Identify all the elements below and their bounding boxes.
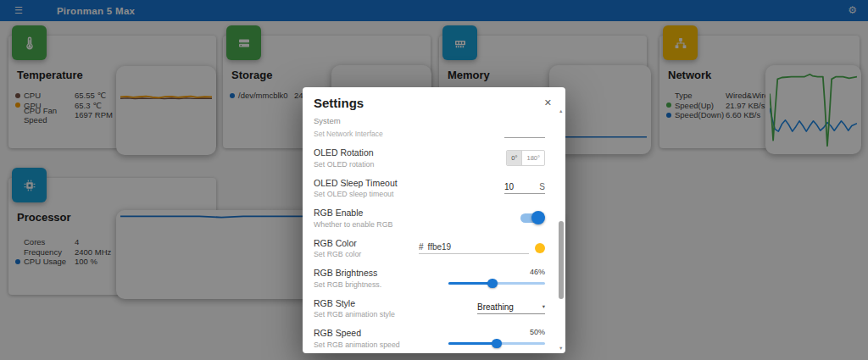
- chevron-down-icon: ▾: [542, 303, 545, 310]
- rotation-180-button[interactable]: 180°: [521, 151, 544, 165]
- rgb-speed-item: RGB Speed Set RGB animation speed 50%: [314, 328, 545, 349]
- brightness-value: 46%: [530, 268, 545, 276]
- network-interface-item: Set Network Interface: [314, 127, 545, 138]
- settings-modal: Settings ✕ System Set Network Interface …: [303, 87, 565, 353]
- sleep-timeout-unit: S: [539, 182, 545, 191]
- rgb-brightness-item: RGB Brightness Set RGB brightness. 46%: [314, 268, 545, 289]
- scrollbar-thumb[interactable]: [559, 221, 564, 299]
- rgb-speed-slider[interactable]: [448, 338, 545, 348]
- oled-sleep-timeout-item: OLED Sleep Timeout Set OLED sleep timeou…: [314, 178, 545, 199]
- slider-thumb[interactable]: [492, 339, 502, 349]
- item-name: RGB Speed: [314, 328, 400, 338]
- toggle-knob: [531, 211, 545, 224]
- slider-thumb[interactable]: [487, 279, 498, 289]
- rgb-style-value: Breathing: [477, 302, 514, 312]
- settings-title: Settings: [314, 96, 364, 110]
- rgb-brightness-slider[interactable]: [448, 278, 545, 288]
- oled-rotation-toggle-group: 0° 180°: [506, 150, 545, 166]
- slider-fill: [448, 342, 497, 345]
- item-name: OLED Rotation: [314, 147, 374, 158]
- item-name: RGB Enable: [314, 208, 392, 218]
- item-description: Set OLED sleep timeout: [314, 190, 398, 198]
- item-description: Set RGB animation speed: [314, 341, 400, 349]
- rotation-0-button[interactable]: 0°: [507, 151, 521, 165]
- network-interface-select[interactable]: [504, 130, 545, 138]
- hex-prefix: #: [419, 242, 424, 252]
- scroll-up-icon[interactable]: ▲: [559, 108, 563, 114]
- rgb-enable-item: RGB Enable Whether to enable RGB: [314, 208, 545, 229]
- close-icon[interactable]: ✕: [542, 96, 554, 110]
- rgb-color-input[interactable]: # ffbe19: [419, 242, 529, 255]
- rgb-enable-toggle[interactable]: [520, 213, 543, 223]
- rgb-color-value[interactable]: ffbe19: [428, 242, 452, 252]
- item-description: Set RGB brightness.: [314, 280, 381, 289]
- oled-rotation-item: OLED Rotation Set OLED rotation 0° 180°: [314, 147, 545, 169]
- rgb-color-item: RGB Color Set RGB color # ffbe19: [314, 238, 545, 259]
- scroll-down-icon[interactable]: ▼: [559, 346, 563, 351]
- item-description: Set OLED rotation: [314, 160, 374, 169]
- item-description: Whether to enable RGB: [314, 220, 392, 229]
- item-description: Set RGB color: [314, 250, 361, 258]
- item-name: RGB Brightness: [314, 268, 381, 278]
- item-description: Set RGB animation style: [314, 310, 395, 318]
- rgb-style-item: RGB Style Set RGB animation style Breath…: [314, 298, 545, 319]
- color-swatch[interactable]: [535, 243, 545, 253]
- slider-fill: [448, 282, 492, 285]
- rgb-style-select[interactable]: Breathing ▾: [477, 302, 545, 315]
- item-name: RGB Style: [314, 298, 395, 308]
- speed-value: 50%: [530, 328, 545, 336]
- item-name: RGB Color: [314, 238, 361, 248]
- item-description: Set Network Interface: [314, 130, 383, 138]
- modal-scrollbar[interactable]: ▲ ▼: [557, 107, 565, 352]
- item-name: OLED Sleep Timeout: [314, 178, 398, 188]
- sleep-timeout-value[interactable]: 10: [504, 182, 514, 191]
- sleep-timeout-input[interactable]: 10 S: [504, 182, 545, 194]
- section-label-system: System: [314, 116, 545, 125]
